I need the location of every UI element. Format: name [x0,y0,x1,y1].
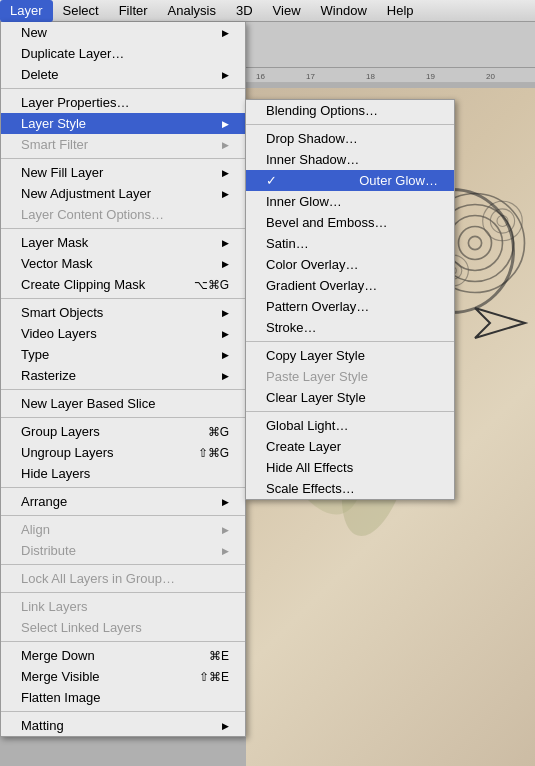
separator-12 [1,711,245,712]
submenu-item-bevel-emboss[interactable]: Bevel and Emboss… [246,212,454,233]
menu-item-create-clipping-mask[interactable]: Create Clipping Mask ⌥⌘G [1,274,245,295]
shortcut-create-clipping-mask: ⌥⌘G [194,278,229,292]
menu-item-new-adjustment-layer[interactable]: New Adjustment Layer [1,183,245,204]
submenu-separator-1 [246,124,454,125]
menu-item-duplicate-layer[interactable]: Duplicate Layer… [1,43,245,64]
menu-bar-help[interactable]: Help [377,0,424,22]
separator-9 [1,564,245,565]
submenu-item-scale-effects[interactable]: Scale Effects… [246,478,454,499]
menu-item-link-layers[interactable]: Link Layers [1,596,245,617]
menu-item-ungroup-layers[interactable]: Ungroup Layers ⇧⌘G [1,442,245,463]
svg-marker-11 [475,308,525,338]
menu-item-matting[interactable]: Matting [1,715,245,736]
svg-text:20: 20 [486,72,495,81]
menu-item-distribute[interactable]: Distribute [1,540,245,561]
separator-3 [1,228,245,229]
submenu-item-color-overlay[interactable]: Color Overlay… [246,254,454,275]
separator-10 [1,592,245,593]
submenu-item-hide-all-effects[interactable]: Hide All Effects [246,457,454,478]
layer-menu: New Duplicate Layer… Delete Layer Proper… [0,22,246,737]
shortcut-group-layers: ⌘G [208,425,229,439]
menu-bar-filter[interactable]: Filter [109,0,158,22]
menu-item-layer-mask[interactable]: Layer Mask [1,232,245,253]
menu-bar-layer[interactable]: Layer [0,0,53,22]
menu-item-new-layer-based-slice[interactable]: New Layer Based Slice [1,393,245,414]
menu-item-hide-layers[interactable]: Hide Layers [1,463,245,484]
menu-item-merge-down[interactable]: Merge Down ⌘E [1,645,245,666]
submenu-item-inner-glow[interactable]: Inner Glow… [246,191,454,212]
menu-item-layer-content-options[interactable]: Layer Content Options… [1,204,245,225]
svg-text:19: 19 [426,72,435,81]
shortcut-merge-visible: ⇧⌘E [199,670,229,684]
svg-point-3 [459,227,492,260]
submenu-separator-3 [246,411,454,412]
submenu-item-drop-shadow[interactable]: Drop Shadow… [246,128,454,149]
submenu-item-global-light[interactable]: Global Light… [246,415,454,436]
menu-bar-3d[interactable]: 3D [226,0,263,22]
submenu-item-clear-layer-style[interactable]: Clear Layer Style [246,387,454,408]
menu-item-rasterize[interactable]: Rasterize [1,365,245,386]
menu-item-new-fill-layer[interactable]: New Fill Layer [1,162,245,183]
menu-item-merge-visible[interactable]: Merge Visible ⇧⌘E [1,666,245,687]
shortcut-merge-down: ⌘E [209,649,229,663]
checkmark-icon: ✓ [266,173,277,188]
separator-5 [1,389,245,390]
menu-item-video-layers[interactable]: Video Layers [1,323,245,344]
svg-point-6 [490,209,514,233]
menu-bar-window[interactable]: Window [311,0,377,22]
separator-7 [1,487,245,488]
submenu-item-stroke[interactable]: Stroke… [246,317,454,338]
menu-item-arrange[interactable]: Arrange [1,491,245,512]
separator-4 [1,298,245,299]
submenu-item-create-layer[interactable]: Create Layer [246,436,454,457]
menu-bar-select[interactable]: Select [53,0,109,22]
menu-item-delete[interactable]: Delete [1,64,245,85]
svg-text:17: 17 [306,72,315,81]
arrow-decoration [470,298,535,348]
menu-item-align[interactable]: Align [1,519,245,540]
ruler-svg: 16 17 18 19 20 [246,68,535,84]
submenu-item-satin[interactable]: Satin… [246,233,454,254]
svg-point-4 [468,236,481,249]
separator-11 [1,641,245,642]
menu-item-type[interactable]: Type [1,344,245,365]
menu-item-new[interactable]: New [1,22,245,43]
menu-item-group-layers[interactable]: Group Layers ⌘G [1,421,245,442]
submenu-separator-2 [246,341,454,342]
menu-item-vector-mask[interactable]: Vector Mask [1,253,245,274]
submenu-item-pattern-overlay[interactable]: Pattern Overlay… [246,296,454,317]
menu-item-lock-all-layers[interactable]: Lock All Layers in Group… [1,568,245,589]
menu-item-flatten-image[interactable]: Flatten Image [1,687,245,708]
menu-item-smart-filter[interactable]: Smart Filter [1,134,245,155]
separator-2 [1,158,245,159]
svg-text:16: 16 [256,72,265,81]
shortcut-ungroup-layers: ⇧⌘G [198,446,229,460]
submenu-item-gradient-overlay[interactable]: Gradient Overlay… [246,275,454,296]
menu-item-layer-properties[interactable]: Layer Properties… [1,92,245,113]
separator-1 [1,88,245,89]
svg-text:18: 18 [366,72,375,81]
ruler-top: 16 17 18 19 20 [246,68,535,84]
submenu-item-outer-glow[interactable]: ✓ Outer Glow… [246,170,454,191]
layer-style-submenu: Blending Options… Drop Shadow… Inner Sha… [245,99,455,500]
menu-item-select-linked-layers[interactable]: Select Linked Layers [1,617,245,638]
menu-item-smart-objects[interactable]: Smart Objects [1,302,245,323]
separator-8 [1,515,245,516]
svg-point-5 [483,201,523,241]
menu-bar-view[interactable]: View [263,0,311,22]
submenu-item-blending-options[interactable]: Blending Options… [246,100,454,121]
submenu-item-paste-layer-style[interactable]: Paste Layer Style [246,366,454,387]
submenu-item-inner-shadow[interactable]: Inner Shadow… [246,149,454,170]
menu-bar: Layer Select Filter Analysis 3D View Win… [0,0,535,22]
submenu-item-copy-layer-style[interactable]: Copy Layer Style [246,345,454,366]
menu-bar-analysis[interactable]: Analysis [158,0,226,22]
menu-item-layer-style[interactable]: Layer Style [1,113,245,134]
separator-6 [1,417,245,418]
